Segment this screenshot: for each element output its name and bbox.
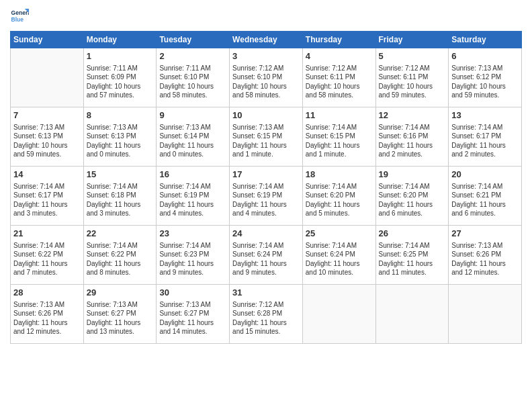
day-number: 8 xyxy=(87,109,154,122)
day-number: 9 xyxy=(159,109,226,122)
calendar-cell: 29Sunrise: 7:13 AM Sunset: 6:27 PM Dayli… xyxy=(83,285,157,344)
weekday-header-saturday: Saturday xyxy=(449,32,522,48)
day-number: 6 xyxy=(451,50,519,62)
cell-info: Sunrise: 7:12 AM Sunset: 6:10 PM Dayligh… xyxy=(232,64,300,100)
day-number: 20 xyxy=(451,169,519,181)
weekday-header-tuesday: Tuesday xyxy=(157,32,230,48)
calendar-cell: 20Sunrise: 7:14 AM Sunset: 6:21 PM Dayli… xyxy=(449,167,522,226)
cell-info: Sunrise: 7:13 AM Sunset: 6:13 PM Dayligh… xyxy=(13,123,81,159)
week-row-0: 1Sunrise: 7:11 AM Sunset: 6:09 PM Daylig… xyxy=(11,48,522,107)
calendar-cell: 3Sunrise: 7:12 AM Sunset: 6:10 PM Daylig… xyxy=(230,48,303,107)
day-number: 18 xyxy=(306,169,373,181)
cell-info: Sunrise: 7:12 AM Sunset: 6:11 PM Dayligh… xyxy=(306,64,373,100)
cell-info: Sunrise: 7:14 AM Sunset: 6:22 PM Dayligh… xyxy=(13,241,81,277)
day-number: 16 xyxy=(159,169,226,181)
calendar-cell: 6Sunrise: 7:13 AM Sunset: 6:12 PM Daylig… xyxy=(449,48,522,107)
cell-info: Sunrise: 7:14 AM Sunset: 6:24 PM Dayligh… xyxy=(232,241,300,277)
calendar-cell: 12Sunrise: 7:14 AM Sunset: 6:16 PM Dayli… xyxy=(375,107,449,167)
calendar-cell: 16Sunrise: 7:14 AM Sunset: 6:19 PM Dayli… xyxy=(157,167,230,226)
cell-info: Sunrise: 7:13 AM Sunset: 6:15 PM Dayligh… xyxy=(232,123,300,159)
day-number: 22 xyxy=(87,228,154,240)
day-number: 29 xyxy=(87,287,154,299)
cell-info: Sunrise: 7:13 AM Sunset: 6:27 PM Dayligh… xyxy=(159,300,226,336)
header: General Blue xyxy=(10,7,522,26)
calendar-cell: 31Sunrise: 7:12 AM Sunset: 6:28 PM Dayli… xyxy=(230,285,303,344)
calendar-cell: 18Sunrise: 7:14 AM Sunset: 6:20 PM Dayli… xyxy=(302,167,375,226)
day-number: 30 xyxy=(159,287,226,299)
calendar-cell: 8Sunrise: 7:13 AM Sunset: 6:13 PM Daylig… xyxy=(83,107,157,167)
calendar-table: SundayMondayTuesdayWednesdayThursdayFrid… xyxy=(10,31,522,344)
calendar-cell: 26Sunrise: 7:14 AM Sunset: 6:25 PM Dayli… xyxy=(375,226,449,285)
cell-info: Sunrise: 7:12 AM Sunset: 6:11 PM Dayligh… xyxy=(379,64,446,100)
calendar-cell xyxy=(11,48,84,107)
weekday-header-wednesday: Wednesday xyxy=(230,32,303,48)
weekday-header-friday: Friday xyxy=(375,32,449,48)
calendar-cell: 22Sunrise: 7:14 AM Sunset: 6:22 PM Dayli… xyxy=(83,226,157,285)
cell-info: Sunrise: 7:14 AM Sunset: 6:24 PM Dayligh… xyxy=(306,241,373,277)
day-number: 12 xyxy=(379,109,446,122)
week-row-2: 14Sunrise: 7:14 AM Sunset: 6:17 PM Dayli… xyxy=(11,167,522,226)
cell-info: Sunrise: 7:11 AM Sunset: 6:09 PM Dayligh… xyxy=(87,64,154,100)
week-row-1: 7Sunrise: 7:13 AM Sunset: 6:13 PM Daylig… xyxy=(11,107,522,167)
day-number: 13 xyxy=(451,109,519,122)
cell-info: Sunrise: 7:13 AM Sunset: 6:26 PM Dayligh… xyxy=(451,241,519,277)
cell-info: Sunrise: 7:14 AM Sunset: 6:15 PM Dayligh… xyxy=(306,123,373,159)
day-number: 24 xyxy=(232,228,300,240)
cell-info: Sunrise: 7:14 AM Sunset: 6:16 PM Dayligh… xyxy=(379,123,446,159)
calendar-cell: 15Sunrise: 7:14 AM Sunset: 6:18 PM Dayli… xyxy=(83,167,157,226)
day-number: 19 xyxy=(379,169,446,181)
calendar-cell: 17Sunrise: 7:14 AM Sunset: 6:19 PM Dayli… xyxy=(230,167,303,226)
cell-info: Sunrise: 7:14 AM Sunset: 6:19 PM Dayligh… xyxy=(159,182,226,218)
weekday-header-thursday: Thursday xyxy=(302,32,375,48)
calendar-cell xyxy=(302,285,375,344)
day-number: 15 xyxy=(87,169,154,181)
svg-text:General: General xyxy=(11,9,29,16)
calendar-cell: 4Sunrise: 7:12 AM Sunset: 6:11 PM Daylig… xyxy=(302,48,375,107)
day-number: 10 xyxy=(232,109,300,122)
day-number: 1 xyxy=(87,50,154,62)
logo-icon: General Blue xyxy=(10,7,29,26)
day-number: 28 xyxy=(13,287,81,299)
calendar-cell: 2Sunrise: 7:11 AM Sunset: 6:10 PM Daylig… xyxy=(157,48,230,107)
calendar-cell: 5Sunrise: 7:12 AM Sunset: 6:11 PM Daylig… xyxy=(375,48,449,107)
calendar-cell: 9Sunrise: 7:13 AM Sunset: 6:14 PM Daylig… xyxy=(157,107,230,167)
day-number: 25 xyxy=(306,228,373,240)
calendar-cell: 13Sunrise: 7:14 AM Sunset: 6:17 PM Dayli… xyxy=(449,107,522,167)
cell-info: Sunrise: 7:14 AM Sunset: 6:20 PM Dayligh… xyxy=(306,182,373,218)
day-number: 7 xyxy=(13,109,81,122)
day-number: 2 xyxy=(159,50,226,62)
calendar-cell: 19Sunrise: 7:14 AM Sunset: 6:20 PM Dayli… xyxy=(375,167,449,226)
calendar-cell: 21Sunrise: 7:14 AM Sunset: 6:22 PM Dayli… xyxy=(11,226,84,285)
day-number: 27 xyxy=(451,228,519,240)
cell-info: Sunrise: 7:14 AM Sunset: 6:17 PM Dayligh… xyxy=(13,182,81,218)
cell-info: Sunrise: 7:14 AM Sunset: 6:21 PM Dayligh… xyxy=(451,182,519,218)
cell-info: Sunrise: 7:14 AM Sunset: 6:17 PM Dayligh… xyxy=(451,123,519,159)
cell-info: Sunrise: 7:14 AM Sunset: 6:22 PM Dayligh… xyxy=(87,241,154,277)
page-container: General Blue SundayMondayTuesdayWednesda… xyxy=(0,0,532,351)
day-number: 14 xyxy=(13,169,81,181)
calendar-cell: 14Sunrise: 7:14 AM Sunset: 6:17 PM Dayli… xyxy=(11,167,84,226)
calendar-cell: 7Sunrise: 7:13 AM Sunset: 6:13 PM Daylig… xyxy=(11,107,84,167)
week-row-3: 21Sunrise: 7:14 AM Sunset: 6:22 PM Dayli… xyxy=(11,226,522,285)
calendar-cell: 11Sunrise: 7:14 AM Sunset: 6:15 PM Dayli… xyxy=(302,107,375,167)
cell-info: Sunrise: 7:13 AM Sunset: 6:26 PM Dayligh… xyxy=(13,300,81,336)
cell-info: Sunrise: 7:13 AM Sunset: 6:27 PM Dayligh… xyxy=(87,300,154,336)
weekday-header-sunday: Sunday xyxy=(11,32,84,48)
day-number: 4 xyxy=(306,50,373,62)
cell-info: Sunrise: 7:13 AM Sunset: 6:12 PM Dayligh… xyxy=(451,64,519,100)
calendar-cell xyxy=(375,285,449,344)
day-number: 23 xyxy=(159,228,226,240)
day-number: 21 xyxy=(13,228,81,240)
cell-info: Sunrise: 7:12 AM Sunset: 6:28 PM Dayligh… xyxy=(232,300,300,336)
day-number: 3 xyxy=(232,50,300,62)
calendar-cell: 1Sunrise: 7:11 AM Sunset: 6:09 PM Daylig… xyxy=(83,48,157,107)
cell-info: Sunrise: 7:13 AM Sunset: 6:14 PM Dayligh… xyxy=(159,123,226,159)
day-number: 31 xyxy=(232,287,300,299)
cell-info: Sunrise: 7:13 AM Sunset: 6:13 PM Dayligh… xyxy=(87,123,154,159)
calendar-cell: 28Sunrise: 7:13 AM Sunset: 6:26 PM Dayli… xyxy=(11,285,84,344)
day-number: 17 xyxy=(232,169,300,181)
cell-info: Sunrise: 7:14 AM Sunset: 6:18 PM Dayligh… xyxy=(87,182,154,218)
cell-info: Sunrise: 7:11 AM Sunset: 6:10 PM Dayligh… xyxy=(159,64,226,100)
logo: General Blue xyxy=(10,7,29,26)
day-number: 26 xyxy=(379,228,446,240)
